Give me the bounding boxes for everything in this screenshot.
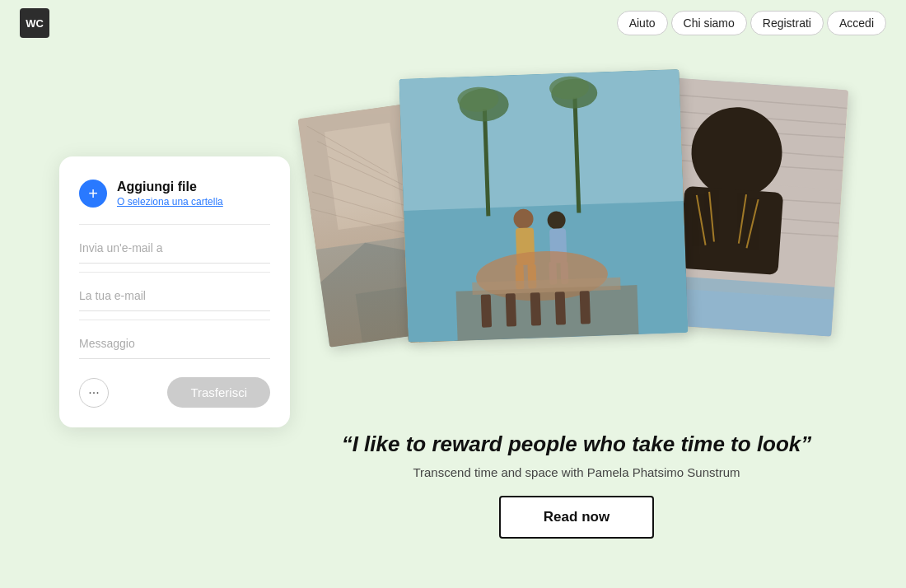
svg-rect-31 xyxy=(506,293,516,326)
upload-header: + Aggiungi file O seleziona una cartella xyxy=(79,180,270,208)
svg-rect-30 xyxy=(481,294,492,327)
message-input[interactable] xyxy=(79,329,270,359)
svg-rect-46 xyxy=(680,186,784,275)
logo: WC xyxy=(20,8,49,38)
more-options-button[interactable]: ··· xyxy=(79,378,109,408)
upload-text-group: Aggiungi file O seleziona una cartella xyxy=(117,180,223,208)
quote-section: “I like to reward people who take time t… xyxy=(288,431,865,539)
svg-rect-33 xyxy=(555,292,566,324)
more-icon: ··· xyxy=(88,385,99,400)
send-to-email-input[interactable] xyxy=(79,233,270,264)
svg-rect-34 xyxy=(580,291,591,324)
read-now-button[interactable]: Read now xyxy=(499,496,654,539)
art-image-2 xyxy=(399,69,689,343)
upload-title: Aggiungi file xyxy=(117,180,223,194)
nav-login-button[interactable]: Accedi xyxy=(827,11,886,35)
art-section xyxy=(297,58,857,453)
nav-about-button[interactable]: Chi siamo xyxy=(671,11,747,35)
main-nav: Aiuto Chi siamo Registrati Accedi xyxy=(617,11,886,35)
quote-subtitle: Transcend time and space with Pamela Pha… xyxy=(288,465,865,479)
divider-2 xyxy=(79,272,270,273)
svg-rect-32 xyxy=(530,292,541,325)
add-file-button[interactable]: + xyxy=(79,180,107,208)
svg-rect-12 xyxy=(399,69,684,211)
nav-help-button[interactable]: Aiuto xyxy=(617,11,668,35)
transfer-button[interactable]: Trasferisci xyxy=(167,377,270,408)
header: WC Aiuto Chi siamo Registrati Accedi xyxy=(0,0,906,46)
divider-1 xyxy=(79,224,270,225)
upload-card: + Aggiungi file O seleziona una cartella… xyxy=(59,156,290,427)
select-folder-link[interactable]: O seleziona una cartella xyxy=(117,196,223,208)
card-footer: ··· Trasferisci xyxy=(79,377,270,408)
art-collage xyxy=(297,58,857,387)
nav-register-button[interactable]: Registrati xyxy=(750,11,824,35)
svg-rect-1 xyxy=(325,123,404,230)
your-email-input[interactable] xyxy=(79,281,270,311)
divider-3 xyxy=(79,320,270,320)
quote-text: “I like to reward people who take time t… xyxy=(288,431,865,459)
